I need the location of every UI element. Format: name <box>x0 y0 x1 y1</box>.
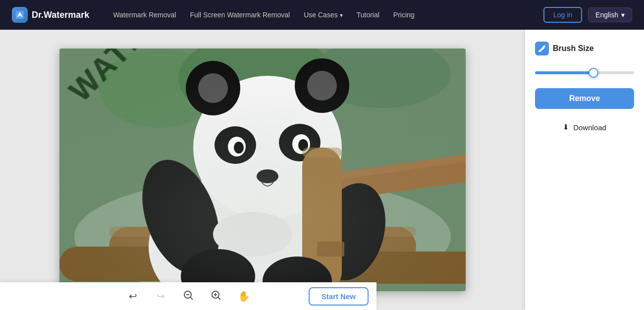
image-area: WATERMARK ↩ ↪ <box>0 30 525 310</box>
nav-right: Log in English ▾ <box>543 7 632 23</box>
undo-button[interactable]: ↩ <box>124 287 142 305</box>
brush-size-header: Brush Size <box>535 42 634 55</box>
svg-point-1 <box>19 14 21 16</box>
logo[interactable]: Dr.Watermark <box>12 7 89 23</box>
brush-size-slider[interactable] <box>535 71 634 74</box>
panda-image <box>59 49 466 291</box>
svg-line-37 <box>190 297 193 300</box>
redo-icon: ↪ <box>157 290 165 302</box>
hand-tool-button[interactable]: ✋ <box>235 287 253 305</box>
svg-point-42 <box>538 50 540 52</box>
toolbar: ↩ ↪ <box>0 282 376 310</box>
image-container[interactable]: WATERMARK <box>59 49 466 291</box>
brush-size-label: Brush Size <box>553 44 594 53</box>
right-panel: Brush Size Remove ⬇ Download <box>525 30 644 310</box>
hand-icon: ✋ <box>238 290 250 302</box>
navbar: Dr.Watermark Watermark Removal Full Scre… <box>0 0 644 30</box>
nav-full-screen-removal[interactable]: Full Screen Watermark Removal <box>190 11 290 19</box>
use-cases-chevron-icon <box>340 11 343 19</box>
zoom-out-button[interactable] <box>179 287 197 305</box>
nav-pricing[interactable]: Pricing <box>393 11 415 19</box>
download-button[interactable]: ⬇ Download <box>535 119 634 136</box>
login-button[interactable]: Log in <box>543 7 582 23</box>
slider-container <box>535 65 634 78</box>
nav-use-cases[interactable]: Use Cases <box>304 11 342 19</box>
redo-button[interactable]: ↪ <box>152 287 169 305</box>
language-selector[interactable]: English ▾ <box>588 7 632 22</box>
start-new-button[interactable]: Start New <box>309 287 369 306</box>
nav-watermark-removal[interactable]: Watermark Removal <box>113 11 176 19</box>
download-icon: ⬇ <box>563 123 569 132</box>
language-chevron-icon: ▾ <box>621 11 625 19</box>
download-label: Download <box>573 123 606 132</box>
svg-line-41 <box>218 297 220 300</box>
zoom-in-button[interactable] <box>207 287 225 305</box>
zoom-out-icon <box>183 290 194 303</box>
logo-icon <box>12 7 28 23</box>
nav-links: Watermark Removal Full Screen Watermark … <box>113 11 528 19</box>
remove-button[interactable]: Remove <box>535 88 634 109</box>
nav-tutorial[interactable]: Tutorial <box>357 11 379 19</box>
svg-rect-34 <box>59 49 466 291</box>
brush-icon <box>535 42 549 55</box>
zoom-in-icon <box>211 290 221 303</box>
brand-name: Dr.Watermark <box>32 10 89 20</box>
main-content: WATERMARK ↩ ↪ <box>0 30 644 310</box>
undo-icon: ↩ <box>129 290 137 302</box>
language-label: English <box>595 11 618 19</box>
